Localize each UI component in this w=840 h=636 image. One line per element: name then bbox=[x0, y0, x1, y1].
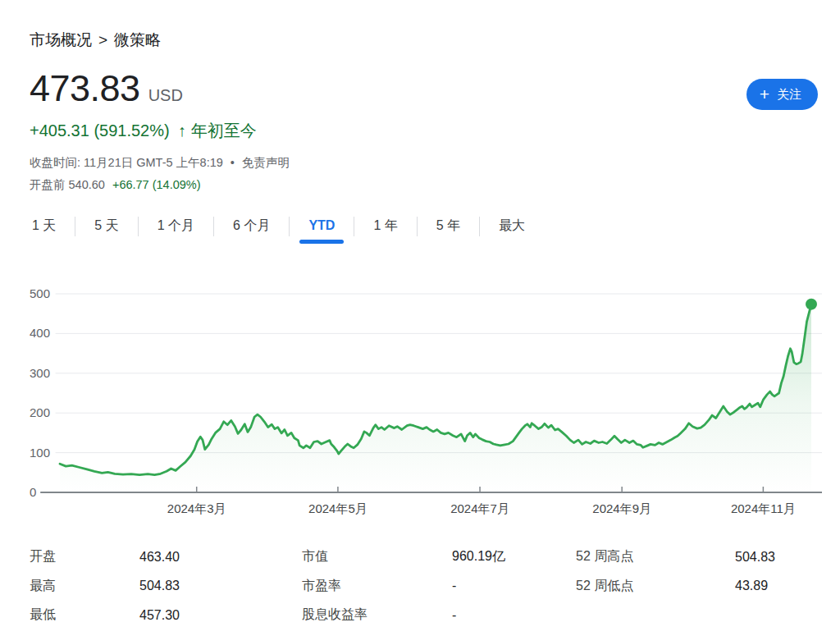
tab-5天[interactable]: 5 天 bbox=[75, 210, 137, 243]
stat-value: 504.83 bbox=[139, 579, 180, 593]
stat-row: 最高504.83 bbox=[30, 572, 302, 602]
y-tick-label: 400 bbox=[30, 326, 50, 340]
breadcrumb-market-overview[interactable]: 市场概况 bbox=[30, 31, 92, 48]
stat-row: 开盘463.40 bbox=[30, 542, 302, 572]
tab-6个月[interactable]: 6 个月 bbox=[214, 210, 289, 243]
tab-label: 5 天 bbox=[94, 218, 118, 232]
y-tick-label: 500 bbox=[30, 287, 50, 300]
stat-label: 最低 bbox=[30, 606, 139, 624]
tab-YTD[interactable]: YTD bbox=[290, 210, 354, 243]
tab-label: 1 年 bbox=[373, 218, 397, 232]
close-time-text: 收盘时间: 11月21日 GMT-5 上午8:19 bbox=[30, 156, 223, 169]
stat-value: 43.89 bbox=[735, 579, 768, 593]
stat-row: 市值960.19亿 bbox=[302, 542, 576, 572]
change-period-label: 年初至今 bbox=[191, 121, 257, 140]
y-tick-label: 0 bbox=[30, 485, 36, 499]
x-tick-label: 2024年3月 bbox=[167, 501, 226, 515]
currency-label: USD bbox=[148, 86, 183, 105]
stat-row: 市盈率- bbox=[302, 572, 576, 602]
active-tab-indicator bbox=[299, 240, 344, 244]
breadcrumb: 市场概况>微策略 bbox=[30, 30, 161, 51]
arrow-up-icon: ↑ bbox=[178, 121, 186, 140]
stat-label: 最高 bbox=[30, 578, 139, 595]
tab-label: 1 个月 bbox=[158, 218, 194, 232]
tab-label: 5 年 bbox=[436, 218, 460, 232]
close-time-row: 收盘时间: 11月21日 GMT-5 上午8:19 • 免责声明 bbox=[30, 155, 290, 171]
key-stats-table: 开盘463.40最高504.83最低457.30市值960.19亿市盈率-股息收… bbox=[30, 542, 810, 630]
premarket-price: 开盘前 540.60 bbox=[30, 178, 105, 191]
bullet-separator: • bbox=[231, 156, 235, 169]
stats-column: 开盘463.40最高504.83最低457.30 bbox=[30, 542, 302, 630]
follow-button-label: 关注 bbox=[777, 87, 801, 103]
breadcrumb-separator: > bbox=[98, 31, 107, 48]
finance-quote-page: 市场概况>微策略 473.83 USD + 关注 +405.31 (591.52… bbox=[0, 0, 840, 636]
stats-column: 市值960.19亿市盈率-股息收益率- bbox=[302, 542, 576, 630]
price-change-row: +405.31 (591.52%)↑年初至今 bbox=[30, 120, 257, 142]
stat-label: 市值 bbox=[302, 548, 452, 565]
line-chart-canvas[interactable]: 50040030020010002024年3月2024年5月2024年7月202… bbox=[30, 287, 822, 527]
stat-label: 开盘 bbox=[30, 548, 139, 565]
follow-button[interactable]: + 关注 bbox=[746, 79, 818, 110]
price-change: +405.31 (591.52%) bbox=[30, 121, 170, 140]
stats-column: 52 周高点504.8352 周低点43.89 bbox=[576, 542, 810, 630]
tab-label: YTD bbox=[308, 218, 335, 232]
stat-row: 52 周低点43.89 bbox=[576, 572, 810, 602]
x-tick-label: 2024年7月 bbox=[450, 501, 509, 515]
y-tick-label: 100 bbox=[30, 446, 50, 460]
tab-1天[interactable]: 1 天 bbox=[30, 210, 75, 243]
y-tick-label: 300 bbox=[30, 366, 50, 380]
stock-price: 473.83 bbox=[30, 67, 140, 110]
stat-value: - bbox=[452, 579, 456, 593]
tab-最大[interactable]: 最大 bbox=[480, 210, 544, 243]
time-range-tabs: 1 天5 天1 个月6 个月YTD1 年5 年最大 bbox=[30, 210, 544, 243]
x-tick-label: 2024年9月 bbox=[592, 501, 651, 515]
stat-label: 股息收益率 bbox=[302, 606, 452, 624]
stat-row: 52 周高点504.83 bbox=[576, 542, 810, 572]
tab-1个月[interactable]: 1 个月 bbox=[139, 210, 213, 243]
stat-row: 股息收益率- bbox=[302, 601, 576, 630]
price-chart: 50040030020010002024年3月2024年5月2024年7月202… bbox=[30, 287, 822, 527]
stat-value: - bbox=[452, 608, 456, 623]
breadcrumb-current-stock: 微策略 bbox=[114, 31, 161, 48]
stat-label: 市盈率 bbox=[302, 578, 452, 595]
price-row: 473.83 USD bbox=[30, 67, 183, 110]
stat-label: 52 周低点 bbox=[576, 578, 735, 595]
premarket-row: 开盘前 540.60 +66.77 (14.09%) bbox=[30, 177, 201, 193]
stat-value: 960.19亿 bbox=[452, 548, 505, 565]
plus-icon: + bbox=[760, 85, 769, 103]
x-tick-label: 2024年5月 bbox=[308, 501, 368, 515]
x-tick-label: 2024年11月 bbox=[731, 501, 796, 515]
premarket-change: +66.77 (14.09%) bbox=[112, 178, 201, 191]
stat-value: 463.40 bbox=[139, 550, 180, 565]
latest-price-dot bbox=[806, 299, 817, 310]
price-area-fill bbox=[60, 304, 811, 492]
tab-label: 6 个月 bbox=[233, 218, 270, 232]
stat-value: 504.83 bbox=[735, 550, 775, 565]
tab-label: 1 天 bbox=[32, 218, 56, 232]
stat-value: 457.30 bbox=[139, 608, 180, 623]
stat-row: 最低457.30 bbox=[30, 601, 302, 630]
tab-label: 最大 bbox=[499, 218, 525, 232]
y-tick-label: 200 bbox=[30, 405, 50, 419]
tab-5年[interactable]: 5 年 bbox=[418, 210, 479, 243]
tab-1年[interactable]: 1 年 bbox=[354, 210, 416, 243]
disclaimer-link[interactable]: 免责声明 bbox=[242, 156, 290, 169]
stat-label: 52 周高点 bbox=[576, 548, 735, 565]
